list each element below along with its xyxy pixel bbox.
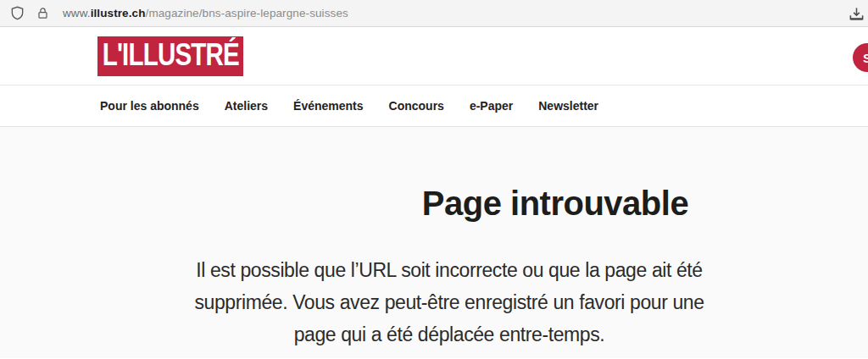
main-navigation: Pour les abonnés Ateliers Événements Con… xyxy=(0,85,868,127)
subscribe-button-label: S xyxy=(863,51,868,65)
page-title: Page introuvable xyxy=(0,183,868,224)
error-message-line: supprimée. Vous avez peut-être enregistr… xyxy=(194,286,704,318)
shield-icon[interactable] xyxy=(7,3,27,24)
nav-item-epaper[interactable]: e-Paper xyxy=(470,99,513,113)
nav-item-pour-les-abonnes[interactable]: Pour les abonnés xyxy=(100,99,199,113)
downloads-icon[interactable] xyxy=(846,3,866,24)
error-message-line: page qui a été déplacée entre-temps. xyxy=(294,318,605,351)
url-path: /magazine/bns-aspire-lepargne-suisses xyxy=(146,7,348,19)
nav-item-newsletter[interactable]: Newsletter xyxy=(538,99,598,113)
site-logo-text: L'ILLUSTRÉ xyxy=(102,40,238,73)
subscribe-button[interactable]: S xyxy=(853,43,868,72)
browser-address-bar[interactable]: www.illustre.ch/magazine/bns-aspire-lepa… xyxy=(0,0,868,27)
error-message: Il est possible que l’URL soit incorrect… xyxy=(0,254,868,351)
nav-item-concours[interactable]: Concours xyxy=(389,99,444,113)
lock-icon[interactable] xyxy=(32,3,53,24)
error-page-content: Page introuvable Il est possible que l’U… xyxy=(0,127,868,358)
error-message-line: Il est possible que l’URL soit incorrect… xyxy=(196,254,702,286)
nav-item-evenements[interactable]: Événements xyxy=(293,99,363,113)
site-logo[interactable]: L'ILLUSTRÉ xyxy=(97,36,243,76)
nav-item-ateliers[interactable]: Ateliers xyxy=(225,99,268,113)
url-domain: illustre.ch xyxy=(91,7,146,19)
url-field[interactable]: www.illustre.ch/magazine/bns-aspire-lepa… xyxy=(63,7,348,19)
site-header: L'ILLUSTRÉ S xyxy=(0,27,868,85)
url-prefix: www. xyxy=(63,7,91,19)
